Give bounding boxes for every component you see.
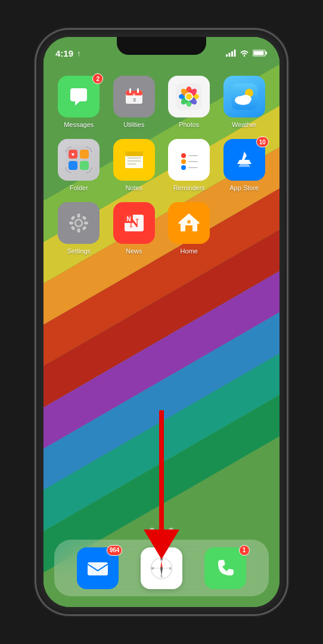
reminders-svg: [176, 147, 202, 173]
folder-svg: ♥: [66, 147, 92, 173]
app-icon-wrap-reminders: [168, 139, 210, 181]
svg-rect-58: [84, 222, 88, 225]
app-grid: 2 Messages: [44, 70, 279, 261]
svg-text:8: 8: [133, 93, 135, 97]
app-item-messages[interactable]: 2 Messages: [54, 76, 104, 128]
app-icon-reminders: [168, 139, 210, 181]
app-icon-wrap-news: N N: [113, 202, 155, 244]
status-icons: [226, 49, 268, 57]
time-display: 4:19: [55, 48, 73, 58]
app-item-settings[interactable]: Settings: [54, 202, 104, 255]
svg-rect-1: [229, 53, 231, 57]
app-item-photos[interactable]: Photos: [164, 76, 214, 128]
phone-svg: [212, 555, 238, 581]
app-icon-weather: [223, 76, 265, 117]
app-label-folder: Folder: [70, 184, 88, 191]
svg-rect-35: [69, 161, 77, 170]
notes-svg: [121, 147, 147, 173]
svg-rect-71: [88, 562, 108, 575]
svg-text:♥: ♥: [72, 151, 74, 157]
app-label-home: Home: [181, 247, 198, 255]
app-icon-utilities: 8 ☰: [113, 76, 155, 117]
dock-item-phone[interactable]: 1: [204, 547, 246, 589]
messages-svg: [66, 83, 92, 110]
app-item-folder[interactable]: ♥ Folder: [54, 139, 104, 191]
svg-point-69: [187, 220, 191, 224]
page-dots: [44, 528, 279, 532]
svg-rect-36: [80, 161, 89, 170]
dock-item-mail[interactable]: 964: [77, 547, 119, 589]
settings-svg: [66, 210, 92, 236]
dock-icon-wrap-safari: N S E W: [141, 547, 182, 589]
app-icon-wrap-folder: ♥: [58, 139, 100, 181]
dock-icon-wrap-phone: 1: [204, 547, 246, 589]
photos-svg: [176, 83, 202, 110]
app-icon-wrap-appstore: 10: [223, 139, 265, 181]
svg-text:W: W: [151, 566, 154, 569]
app-icon-wrap-weather: [223, 76, 265, 117]
app-label-messages: Messages: [64, 121, 94, 128]
svg-point-54: [76, 221, 82, 226]
svg-point-45: [181, 153, 186, 158]
app-item-home[interactable]: Home: [164, 202, 214, 255]
app-icon-folder: ♥: [58, 139, 100, 181]
svg-rect-84: [212, 555, 238, 581]
badge-messages: 2: [92, 73, 103, 84]
phone-frame: 4:19 ↑: [36, 30, 287, 614]
svg-rect-44: [176, 147, 202, 173]
app-icon-notes: [113, 139, 155, 181]
app-icon-home: [168, 202, 210, 244]
app-label-photos: Photos: [179, 121, 199, 128]
app-item-reminders[interactable]: Reminders: [164, 139, 214, 191]
svg-rect-12: [129, 88, 131, 93]
mail-svg: [85, 555, 111, 581]
app-item-weather[interactable]: Weather: [220, 76, 269, 128]
app-label-appstore: App Store: [229, 184, 259, 191]
page-dot-2: [159, 528, 164, 532]
svg-point-30: [236, 98, 250, 105]
screen: 4:19 ↑: [44, 37, 279, 607]
app-icon-wrap-utilities: 8 ☰: [113, 76, 155, 117]
app-item-news[interactable]: N N News: [110, 202, 159, 255]
svg-rect-55: [77, 213, 80, 218]
app-item-appstore[interactable]: 10 App Store: [220, 139, 269, 191]
appstore-svg: [231, 147, 257, 173]
app-icon-wrap-photos: [168, 76, 210, 117]
svg-rect-2: [231, 51, 233, 57]
svg-text:N: N: [126, 216, 131, 222]
svg-point-47: [181, 159, 186, 164]
signal-icon: [226, 49, 236, 57]
app-icon-settings: [58, 202, 100, 244]
home-svg: [176, 210, 202, 236]
status-time: 4:19 ↑: [55, 48, 81, 58]
dock-icon-safari: N S E W: [141, 547, 182, 589]
safari-svg: N S E W: [148, 555, 175, 581]
news-svg: N N: [121, 210, 147, 236]
svg-rect-6: [266, 52, 268, 55]
app-icon-wrap-messages: 2: [58, 76, 100, 117]
badge-mail: 964: [107, 545, 123, 556]
svg-rect-0: [226, 54, 228, 57]
app-item-utilities[interactable]: 8 ☰ Utilities: [110, 76, 159, 128]
app-label-reminders: Reminders: [173, 184, 205, 191]
dock-item-safari[interactable]: N S E W: [141, 547, 182, 589]
app-label-notes: Notes: [125, 184, 142, 191]
badge-appstore: 10: [256, 137, 269, 147]
app-label-settings: Settings: [67, 247, 91, 255]
dock: 964: [54, 540, 269, 596]
location-icon: ↑: [77, 49, 81, 58]
svg-rect-5: [254, 51, 264, 55]
app-item-notes[interactable]: Notes: [110, 139, 159, 191]
app-icon-photos: [168, 76, 210, 117]
app-label-weather: Weather: [232, 121, 256, 128]
svg-point-79: [160, 567, 163, 569]
svg-rect-57: [69, 222, 73, 225]
app-label-news: News: [126, 247, 142, 255]
svg-text:☰: ☰: [132, 98, 135, 102]
svg-rect-56: [77, 228, 80, 233]
app-icon-news: N N: [113, 202, 155, 244]
app-label-utilities: Utilities: [123, 121, 144, 128]
badge-phone: 1: [239, 545, 250, 556]
dock-icon-wrap-mail: 964: [77, 547, 119, 589]
svg-rect-13: [137, 88, 139, 93]
